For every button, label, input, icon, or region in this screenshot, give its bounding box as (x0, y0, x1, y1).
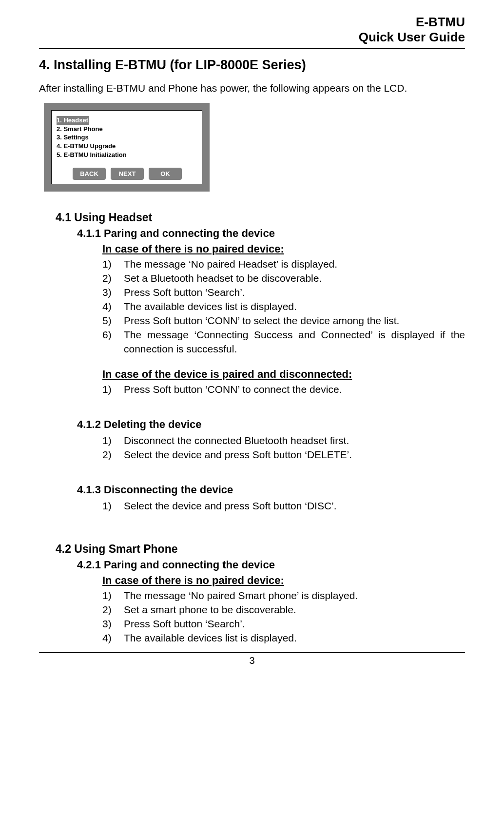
steps-4-1-2: 1)Disconnect the connected Bluetooth hea… (102, 434, 465, 462)
step-text: The message ‘Connecting Success and Conn… (124, 328, 465, 356)
step-text: Press Soft button ‘Search’. (124, 617, 465, 631)
steps-4-1-3: 1)Select the device and press Soft butto… (102, 499, 465, 513)
step-num: 6) (102, 328, 124, 356)
case-paired-disconnected-heading: In case of the device is paired and disc… (102, 368, 465, 381)
step-text: Set a smart phone to be discoverable. (124, 603, 465, 617)
step-num: 1) (102, 499, 124, 513)
step-num: 3) (102, 617, 124, 631)
lcd-ok-button: OK (149, 168, 182, 180)
header-title-2: Quick User Guide (39, 30, 465, 45)
lcd-menu-2: 2. Smart Phone (57, 125, 198, 134)
step-text: Set a Bluetooth headset to be discoverab… (124, 272, 465, 286)
lcd-menu-4: 4. E-BTMU Upgrade (57, 142, 198, 151)
section-4-2-title: 4.2 Using Smart Phone (56, 543, 465, 556)
page-number: 3 (39, 653, 465, 666)
section-4-intro: After installing E-BTMU and Phone has po… (39, 82, 465, 94)
step-num: 4) (102, 631, 124, 645)
lcd-next-button: NEXT (111, 168, 144, 180)
section-4-title: 4. Installing E-BTMU (for LIP-8000E Seri… (39, 58, 465, 73)
lcd-screen: 1. Headset 2. Smart Phone 3. Settings 4.… (51, 110, 202, 184)
step-num: 3) (102, 286, 124, 300)
section-4-2-1-title: 4.2.1 Paring and connecting the device (77, 559, 465, 571)
lcd-menu-3: 3. Settings (57, 133, 198, 142)
step-num: 1) (102, 383, 124, 397)
lcd-menu-5: 5. E-BTMU Initialization (57, 151, 198, 159)
step-text: Select the device and press Soft button … (124, 499, 465, 513)
case-no-paired-heading: In case of there is no paired device: (102, 243, 465, 255)
step-text: Disconnect the connected Bluetooth heads… (124, 434, 465, 448)
step-num: 1) (102, 257, 124, 272)
step-text: The message ‘No paired Headset’ is displ… (124, 257, 465, 272)
lcd-button-row: BACK NEXT OK (57, 168, 198, 180)
step-text: The available devices list is displayed. (124, 300, 465, 314)
section-4-1-1-title: 4.1.1 Paring and connecting the device (77, 227, 465, 240)
steps-4-2-1-a: 1)The message ‘No paired Smart phone’ is… (102, 589, 465, 645)
step-num: 4) (102, 300, 124, 314)
lcd-back-button: BACK (73, 168, 106, 180)
step-text: Press Soft button ‘CONN’ to select the d… (124, 314, 465, 328)
step-text: Press Soft button ‘Search’. (124, 286, 465, 300)
step-num: 2) (102, 272, 124, 286)
step-num: 1) (102, 589, 124, 603)
case-no-paired-sp-heading: In case of there is no paired device: (102, 574, 465, 587)
steps-4-1-1-a: 1)The message ‘No paired Headset’ is dis… (102, 257, 465, 356)
step-text: The available devices list is displayed. (124, 631, 465, 645)
step-num: 1) (102, 434, 124, 448)
section-4-1-title: 4.1 Using Headset (56, 211, 465, 224)
page-header: E-BTMU Quick User Guide (39, 15, 465, 49)
section-4-1-2-title: 4.1.2 Deleting the device (77, 418, 465, 431)
step-num: 2) (102, 603, 124, 617)
lcd-menu-1-selected: 1. Headset (57, 116, 89, 125)
step-num: 5) (102, 314, 124, 328)
steps-4-1-1-b: 1)Press Soft button ‘CONN’ to connect th… (102, 383, 465, 397)
lcd-frame: 1. Headset 2. Smart Phone 3. Settings 4.… (44, 103, 210, 192)
step-text: Select the device and press Soft button … (124, 448, 465, 462)
step-text: Press Soft button ‘CONN’ to connect the … (124, 383, 465, 397)
header-title-1: E-BTMU (39, 15, 465, 30)
section-4-1-3-title: 4.1.3 Disconnecting the device (77, 484, 465, 496)
step-text: The message ‘No paired Smart phone’ is d… (124, 589, 465, 603)
step-num: 2) (102, 448, 124, 462)
